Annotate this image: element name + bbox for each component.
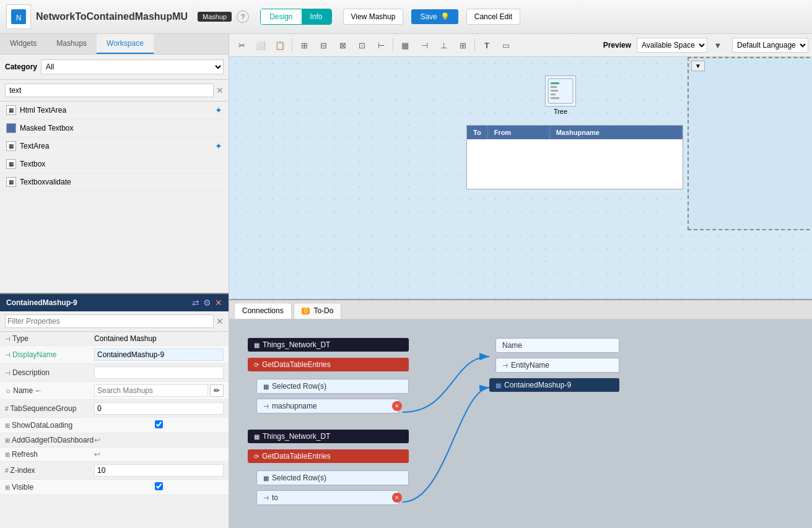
tabsequence-input[interactable] [94, 402, 224, 415]
description-input[interactable] [94, 366, 224, 379]
conn-node-mashupname[interactable]: ⊣ mashupname ✕ [256, 399, 399, 413]
visible-icon: ⊞ [5, 484, 10, 491]
prop-description: ⊣ Description [0, 364, 229, 382]
svg-rect-4 [551, 86, 557, 88]
showdataloading-checkbox[interactable] [94, 420, 224, 428]
name-search-input[interactable] [94, 384, 208, 397]
copy-tool[interactable]: ⬜ [252, 37, 269, 54]
distribute-v-tool[interactable]: ⊥ [435, 37, 452, 54]
tab-todo[interactable]: 0 To-Do [294, 303, 342, 319]
align-center-tool[interactable]: ⊟ [315, 37, 332, 54]
todo-badge: 0 [302, 308, 310, 314]
design-button[interactable]: Design [261, 9, 301, 24]
panel-close-button[interactable]: ✕ [215, 298, 222, 308]
conn-node-get1[interactable]: ⟳ GetDataTableEntries [248, 358, 409, 371]
filter-clear-button[interactable]: ✕ [216, 316, 224, 326]
conn-node-entityname[interactable]: ⊣ EntityName [495, 358, 619, 373]
space-dropdown-icon[interactable]: ▼ [709, 37, 727, 54]
name-icon: ☺ [5, 387, 11, 394]
list-item[interactable]: Masked Textbox [0, 119, 229, 137]
displayname-input[interactable] [94, 348, 224, 361]
widget-icon: ▦ [6, 159, 16, 169]
text-tool[interactable]: T [478, 37, 495, 54]
toolbar-sep2 [393, 38, 393, 52]
showdata-icon: ⊞ [5, 422, 10, 429]
grid-tool[interactable]: ▦ [396, 37, 414, 54]
name-edit-button[interactable]: ✏ [210, 384, 224, 397]
view-mashup-button[interactable]: View Mashup [343, 9, 404, 25]
list-item[interactable]: ▦ Html TextArea ✦ [0, 102, 229, 119]
addgadget-icon: ⊞ [5, 437, 10, 444]
conn-node-dt1[interactable]: ▦ Things_Network_DT [248, 338, 409, 352]
list-item[interactable]: ▦ TextArea ✦ [0, 137, 229, 155]
cut-tool[interactable]: ✂ [233, 37, 250, 54]
prop-displayname: ⊣ DisplayName [0, 346, 229, 364]
category-label: Category [5, 63, 37, 71]
prop-refresh: ⊞ Refresh ↩ [0, 448, 229, 462]
conn-node-containedmashup[interactable]: ▦ ContainedMashup-9 [489, 378, 619, 392]
visible-checkbox[interactable] [94, 482, 224, 490]
distribute-h-tool[interactable]: ⊣ [416, 37, 433, 54]
cancel-button[interactable]: Cancel Edit [466, 9, 520, 25]
tab-workspace[interactable]: Workspace [97, 34, 154, 54]
toolbar-sep3 [474, 38, 475, 52]
list-item[interactable]: ▦ Textbox [0, 155, 229, 173]
table-widget[interactable]: To From Mashupname [466, 125, 683, 189]
paste-tool[interactable]: 📋 [271, 37, 289, 54]
svg-rect-5 [551, 90, 558, 92]
displayname-icon: ⊣ [5, 352, 11, 358]
add-widget-icon[interactable]: ✦ [215, 105, 222, 115]
info-button[interactable]: Info [302, 9, 331, 24]
toolbar-sep1 [292, 38, 292, 52]
col-from: From [488, 126, 550, 139]
canvas-area[interactable]: Tree To From Mashupname ▼ [229, 57, 812, 299]
category-select[interactable]: All [41, 59, 224, 74]
align-top-tool[interactable]: ⊡ [353, 37, 370, 54]
error-badge-to: ✕ [392, 493, 402, 503]
table-header: To From Mashupname [467, 126, 683, 139]
tab-connections[interactable]: Connections [234, 303, 292, 319]
tab-widgets[interactable]: Widgets [0, 34, 46, 54]
col-to: To [467, 126, 488, 139]
settings-button[interactable]: ⚙ [203, 298, 211, 308]
conn-node-dt2[interactable]: ▦ Things_Network_DT [248, 430, 409, 443]
dropdown-arrow-button[interactable]: ▼ [691, 61, 705, 71]
description-icon: ⊣ [5, 370, 11, 376]
zindex-icon: # [5, 467, 9, 474]
widget-list: ▦ Html TextArea ✦ Masked Textbox ▦ TextA… [0, 102, 229, 293]
widget-name: Textbox [20, 160, 45, 168]
add-widget-icon[interactable]: ✦ [215, 141, 222, 151]
conn-node-to[interactable]: ⊣ to ✕ [256, 490, 399, 505]
space-select[interactable]: Available Space [637, 38, 707, 53]
prop-tabsequence: # TabSequenceGroup [0, 400, 229, 418]
filter-input[interactable] [5, 314, 214, 328]
prop-zindex: # Z-index [0, 462, 229, 480]
search-input[interactable] [5, 84, 214, 97]
conn-node-selected2[interactable]: ▦ Selected Row(s) [256, 470, 409, 485]
conn-node-get2[interactable]: ⟳ GetDataTableEntries [248, 449, 409, 463]
tab-mashups[interactable]: Mashups [46, 34, 97, 54]
properties-list: ⊣ Type Contained Mashup ⊣ DisplayName ⊣ … [0, 332, 229, 528]
size-tool[interactable]: ⊞ [454, 37, 471, 54]
search-clear-button[interactable]: ✕ [216, 85, 224, 95]
svg-rect-6 [551, 93, 556, 95]
save-button[interactable]: Save 💡 [411, 9, 458, 24]
connections-body[interactable]: ▦ Things_Network_DT ⟳ GetDataTableEntrie… [229, 319, 812, 528]
align-right-tool[interactable]: ⊠ [334, 37, 351, 54]
align-bottom-tool[interactable]: ⊢ [372, 37, 390, 54]
language-select[interactable]: Default Language [732, 38, 808, 53]
widget-icon [6, 123, 16, 133]
panel-title: ContainedMashup-9 [6, 298, 188, 307]
list-item[interactable]: ▦ Textboxvalidate [0, 173, 229, 191]
container-tool[interactable]: ▭ [497, 37, 515, 54]
share-button[interactable]: ⇄ [192, 298, 199, 308]
conn-node-name[interactable]: Name [495, 338, 619, 353]
align-left-tool[interactable]: ⊞ [295, 37, 313, 54]
tree-widget[interactable]: Tree [545, 76, 576, 115]
help-button[interactable]: ? [237, 11, 249, 23]
zindex-input[interactable] [94, 464, 224, 477]
dashed-container[interactable]: ▼ Mashup [688, 57, 812, 230]
left-tabs: Widgets Mashups Workspace [0, 34, 229, 54]
conn-node-selected1[interactable]: ▦ Selected Row(s) [256, 379, 409, 394]
widget-name: Masked Textbox [20, 124, 74, 132]
